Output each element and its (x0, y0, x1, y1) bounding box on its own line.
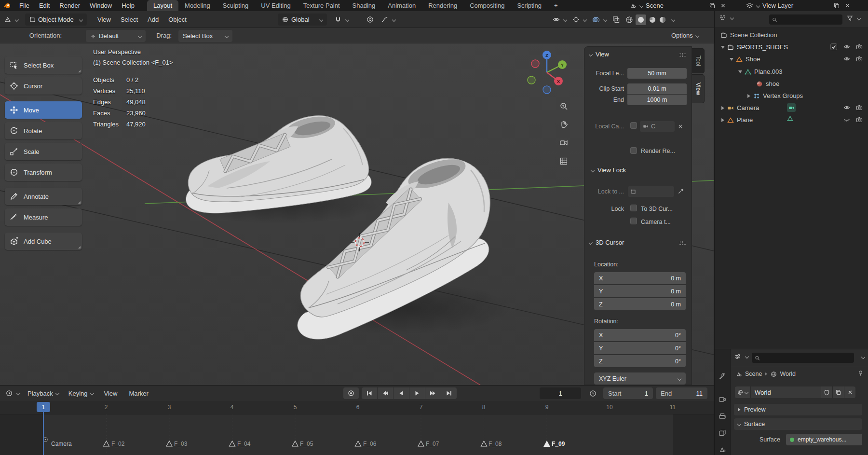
transform-orientation-dropdown[interactable]: Global (278, 14, 327, 26)
outliner-editor-type-button[interactable] (719, 14, 733, 21)
menu-viewport-object[interactable]: Object (163, 11, 191, 28)
hide-eye-icon[interactable] (843, 43, 850, 50)
xray-toggle-icon[interactable] (612, 16, 620, 23)
outliner-search-input[interactable] (780, 16, 840, 23)
outliner-search[interactable] (769, 14, 842, 25)
tool-rotate[interactable]: Rotate (5, 122, 82, 139)
use-preview-range-clock-icon[interactable] (589, 390, 597, 397)
pin-icon[interactable] (857, 370, 864, 376)
tool-annotate[interactable]: Annotate (5, 188, 82, 205)
tool-add-cube[interactable]: Add Cube (5, 233, 82, 250)
tool-transform[interactable]: Transform (5, 164, 82, 181)
marker-label-f05[interactable]: F_05 (300, 441, 313, 447)
tab-scripting[interactable]: Scripting (511, 0, 548, 11)
remove-view-layer-icon[interactable] (843, 2, 851, 10)
new-view-layer-icon[interactable] (833, 2, 841, 10)
marker-label-f04[interactable]: F_04 (237, 441, 250, 447)
local-camera-checkbox[interactable] (630, 122, 637, 129)
camera-to-view-checkbox[interactable] (630, 218, 637, 224)
play-reverse-button[interactable] (393, 387, 409, 399)
delete-scene-icon[interactable] (719, 2, 727, 10)
view-layer-name[interactable]: View Layer (762, 2, 830, 9)
menu-viewport-add[interactable]: Add (143, 11, 163, 28)
tab-animation[interactable]: Animation (381, 0, 422, 11)
cursor-rotation-y-field[interactable]: Y0° (594, 342, 686, 354)
tab-tool-properties-icon[interactable] (719, 372, 726, 380)
active-camera-data-icon[interactable] (787, 103, 796, 112)
outliner-row-scene-collection[interactable]: Scene Collection (715, 29, 868, 41)
timeline-view-menu[interactable]: View (99, 390, 123, 397)
cursor-section-header[interactable]: 3D Cursor (589, 239, 624, 246)
marker-label-f08[interactable]: F_08 (488, 441, 502, 447)
marker-label-f02[interactable]: F_02 (111, 441, 124, 447)
menu-window[interactable]: Window (85, 0, 117, 11)
frame-start-field[interactable]: Start1 (603, 387, 653, 399)
show-overlays-icon[interactable] (592, 16, 607, 24)
visibility-eye-icon[interactable] (553, 16, 567, 23)
marker-label-f07[interactable]: F_07 (426, 441, 439, 447)
jump-to-end-button[interactable] (441, 387, 457, 399)
tab-scene-properties-icon[interactable] (719, 446, 726, 454)
disable-render-icon[interactable] (856, 116, 863, 123)
surface-panel-header[interactable]: Surface (734, 418, 862, 430)
clip-end-field[interactable]: 1000 m (627, 95, 687, 105)
tool-measure[interactable]: Measure (5, 208, 82, 226)
disable-render-icon[interactable] (856, 43, 863, 50)
expander-icon[interactable] (747, 94, 750, 98)
channel-camera-label[interactable]: Camera (51, 441, 72, 447)
orientation-default-dropdown[interactable]: Default (86, 30, 146, 42)
marker-label-f06[interactable]: F_06 (363, 441, 376, 447)
options-dropdown[interactable]: Options (671, 32, 699, 39)
tab-render-properties-icon[interactable] (719, 396, 726, 403)
expander-icon[interactable] (721, 106, 724, 110)
proportional-editing-icon[interactable] (366, 14, 374, 26)
properties-editor-type-button[interactable] (734, 353, 748, 360)
playback-menu[interactable]: Playback (23, 390, 63, 397)
world-name-field[interactable]: World (750, 386, 821, 398)
properties-search[interactable] (752, 353, 854, 363)
next-keyframe-button[interactable] (425, 387, 441, 399)
prev-keyframe-button[interactable] (378, 387, 393, 399)
view-layer-icon[interactable] (746, 2, 760, 9)
shading-solid-icon[interactable] (636, 14, 646, 25)
keying-menu[interactable]: Keying (64, 390, 98, 397)
outliner-row-plane-003[interactable]: Plane.003 (715, 66, 868, 78)
menu-edit[interactable]: Edit (34, 0, 54, 11)
tab-shading[interactable]: Shading (346, 0, 382, 11)
render-region-checkbox[interactable] (630, 147, 637, 154)
navigation-gizmo[interactable]: Z Y X (528, 51, 567, 94)
tool-select-box[interactable]: Select Box (5, 56, 82, 74)
hide-eye-icon[interactable] (843, 104, 850, 111)
cursor-rotation-z-field[interactable]: Z0° (594, 355, 686, 367)
playhead-frame-badge[interactable]: 1 (37, 402, 50, 412)
menu-render[interactable]: Render (54, 0, 85, 11)
unlink-world-icon[interactable] (844, 386, 855, 398)
view-section-header[interactable]: View (589, 51, 609, 58)
panel-grip[interactable] (679, 53, 687, 57)
mode-dropdown[interactable]: Object Mode (25, 14, 87, 26)
properties-header-chevron[interactable] (861, 355, 865, 359)
tab-output-properties-icon[interactable] (719, 413, 726, 420)
orthographic-grid-icon[interactable] (556, 153, 572, 169)
tool-scale[interactable]: Scale (5, 143, 82, 160)
expander-icon[interactable] (721, 118, 724, 122)
zoom-icon[interactable] (556, 98, 572, 114)
cursor-location-z-field[interactable]: Z0 m (594, 298, 686, 310)
lock-3d-cursor-checkbox[interactable] (630, 205, 637, 211)
outliner-row-vertex-groups[interactable]: Vertex Groups (715, 90, 868, 102)
collection-checkbox[interactable] (830, 43, 837, 50)
view-lock-section-header[interactable]: View Lock (591, 166, 626, 174)
shading-rendered-icon[interactable] (659, 16, 666, 24)
falloff-curve-icon[interactable] (381, 14, 395, 26)
focal-length-field[interactable]: 50 mm (627, 68, 687, 79)
cursor-location-x-field[interactable]: X0 m (594, 272, 686, 284)
sidebar-tab-tool[interactable]: Tool (692, 48, 705, 73)
eyedropper-icon[interactable] (676, 187, 685, 195)
breadcrumb-scene[interactable]: Scene (745, 371, 762, 377)
jump-to-start-button[interactable] (362, 387, 377, 399)
marker-label-f03[interactable]: F_03 (174, 441, 187, 447)
marker-menu[interactable]: Marker (123, 390, 153, 397)
menu-help[interactable]: Help (117, 0, 139, 11)
playhead-line[interactable] (43, 412, 44, 455)
shading-material-icon[interactable] (649, 16, 656, 24)
